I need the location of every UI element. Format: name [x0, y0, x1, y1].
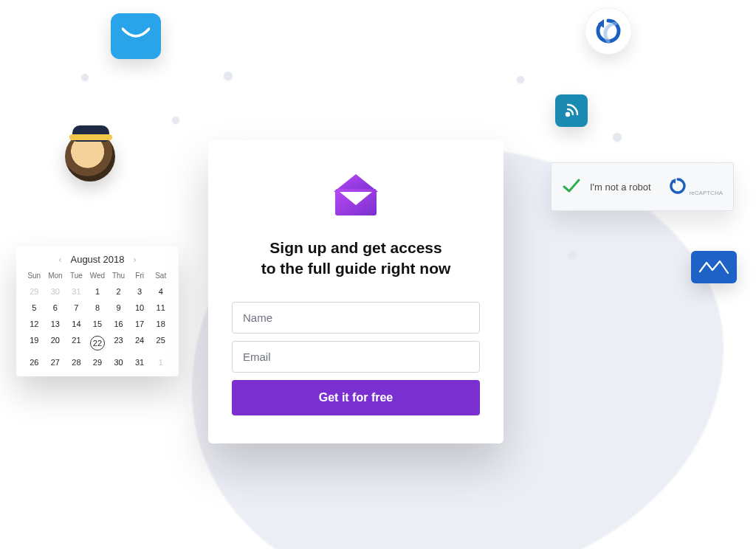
calendar-day[interactable]: 24 — [129, 332, 151, 354]
calendar-day[interactable]: 19 — [24, 332, 45, 354]
calendar-day[interactable]: 12 — [24, 316, 45, 332]
calendar-day[interactable]: 9 — [108, 300, 129, 316]
calendar-day[interactable]: 30 — [45, 283, 66, 300]
calendar-day[interactable]: 31 — [129, 354, 151, 370]
recaptcha-label: I'm not a robot — [590, 182, 651, 193]
calendar-day[interactable]: 2 — [108, 283, 129, 300]
calendar-day[interactable]: 8 — [87, 300, 109, 316]
calendar-day[interactable]: 5 — [24, 300, 45, 316]
calendar-dow: Sun — [24, 269, 45, 283]
calendar-day[interactable]: 10 — [129, 300, 151, 316]
calendar-day[interactable]: 26 — [24, 354, 45, 370]
recaptcha-brand: reCAPTCHA — [690, 190, 723, 196]
calendar-day[interactable]: 21 — [66, 332, 87, 354]
calendar-day[interactable]: 31 — [66, 283, 87, 300]
check-icon — [562, 176, 581, 198]
signal-icon — [555, 94, 588, 127]
calendar-title: August 2018 — [70, 254, 124, 265]
signup-card: Sign up and get access to the full guide… — [208, 140, 504, 443]
recaptcha-card[interactable]: I'm not a robot reCAPTCHA — [551, 162, 734, 211]
calendar-day[interactable]: 13 — [45, 316, 66, 332]
calendar-day[interactable]: 20 — [45, 332, 66, 354]
calendar-day[interactable]: 30 — [108, 354, 129, 370]
refresh-icon — [585, 7, 632, 55]
calendar-day[interactable]: 22 — [87, 332, 109, 354]
decorative-dot — [568, 251, 576, 258]
calendar-day[interactable]: 16 — [108, 316, 129, 332]
calendar-day[interactable]: 4 — [150, 283, 171, 300]
name-field[interactable] — [232, 302, 480, 334]
calendar-widget: ‹ August 2018 › SunMonTueWedThuFriSat293… — [16, 246, 179, 376]
calendar-day[interactable]: 7 — [66, 300, 87, 316]
calendar-dow: Mon — [45, 269, 66, 283]
smile-mail-icon — [111, 13, 161, 59]
decorative-dot — [81, 74, 89, 81]
calendar-dow: Fri — [129, 269, 151, 283]
mailchimp-icon — [65, 131, 115, 182]
calendar-day[interactable]: 14 — [66, 316, 87, 332]
calendar-day[interactable]: 3 — [129, 283, 151, 300]
signup-heading-line1: Sign up and get access — [269, 239, 441, 256]
calendar-day[interactable]: 6 — [45, 300, 66, 316]
calendar-day[interactable]: 23 — [108, 332, 129, 354]
calendar-day[interactable]: 11 — [150, 300, 171, 316]
calendar-day[interactable]: 29 — [24, 283, 45, 300]
signup-heading-line2: to the full guide right now — [261, 260, 451, 277]
recaptcha-badge-icon — [668, 176, 687, 196]
calendar-day[interactable]: 1 — [87, 283, 109, 300]
signup-heading: Sign up and get access to the full guide… — [232, 238, 480, 280]
calendar-dow: Tue — [66, 269, 87, 283]
calendar-day[interactable]: 25 — [150, 332, 171, 354]
calendar-next-button[interactable]: › — [131, 255, 140, 265]
envelope-icon — [329, 173, 382, 218]
calendar-day[interactable]: 27 — [45, 354, 66, 370]
calendar-prev-button[interactable]: ‹ — [55, 255, 64, 265]
blue-mail-icon — [691, 251, 737, 283]
calendar-dow: Wed — [87, 269, 109, 283]
calendar-grid: SunMonTueWedThuFriSat2930311234567891011… — [24, 269, 171, 370]
get-it-for-free-button[interactable]: Get it for free — [232, 380, 480, 415]
calendar-day[interactable]: 29 — [87, 354, 109, 370]
calendar-dow: Sat — [150, 269, 171, 283]
calendar-day[interactable]: 15 — [87, 316, 109, 332]
calendar-day[interactable]: 17 — [129, 316, 151, 332]
recaptcha-brand-block: reCAPTCHA — [668, 176, 723, 197]
decorative-dot — [172, 117, 179, 124]
svg-point-0 — [566, 112, 570, 117]
email-field[interactable] — [232, 341, 480, 373]
calendar-day[interactable]: 28 — [66, 354, 87, 370]
decorative-dot — [224, 72, 233, 80]
calendar-dow: Thu — [108, 269, 129, 283]
calendar-day[interactable]: 1 — [150, 354, 171, 370]
calendar-day[interactable]: 18 — [150, 316, 171, 332]
decorative-dot — [613, 133, 622, 142]
decorative-dot — [517, 76, 524, 83]
